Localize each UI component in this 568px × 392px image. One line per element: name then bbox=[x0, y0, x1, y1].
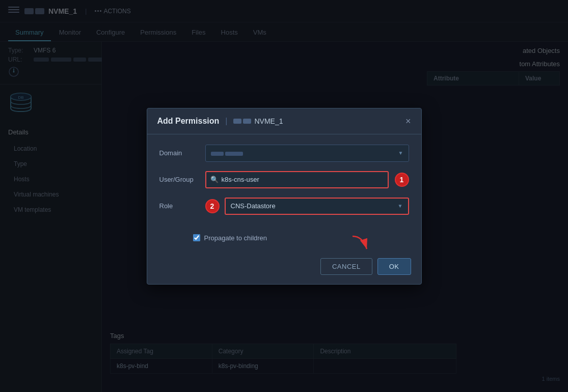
modal-overlay: Add Permission | NVME_1 × Domain bbox=[0, 0, 568, 392]
modal-header: Add Permission | NVME_1 × bbox=[147, 108, 421, 134]
user-group-input-wrap: 🔍 bbox=[205, 171, 389, 188]
domain-label: Domain bbox=[159, 149, 205, 157]
modal-subtitle-text: NVME_1 bbox=[254, 117, 283, 125]
user-group-label: User/Group bbox=[159, 176, 205, 183]
modal-subtitle: NVME_1 bbox=[233, 117, 283, 125]
search-icon: 🔍 bbox=[210, 176, 219, 183]
role-row: Role 2 CNS-Datastore ▼ bbox=[159, 198, 409, 215]
domain-select[interactable]: ▼ bbox=[205, 145, 409, 162]
modal-footer: CANCEL OK bbox=[147, 252, 421, 284]
propagate-checkbox[interactable] bbox=[193, 234, 200, 241]
modal-separator: | bbox=[225, 117, 227, 126]
role-value: CNS-Datastore bbox=[231, 202, 276, 210]
domain-row: Domain ▼ bbox=[159, 145, 409, 162]
close-button[interactable]: × bbox=[405, 117, 411, 126]
role-select[interactable]: CNS-Datastore ▼ bbox=[225, 198, 409, 215]
modal-title: Add Permission bbox=[157, 117, 220, 126]
propagate-row: Propagate to children bbox=[193, 234, 421, 242]
domain-dropdown-arrow: ▼ bbox=[398, 150, 403, 156]
propagate-label: Propagate to children bbox=[204, 234, 267, 242]
role-dropdown-arrow: ▼ bbox=[398, 203, 403, 209]
user-group-input[interactable] bbox=[222, 176, 384, 183]
ok-button[interactable]: OK bbox=[377, 258, 411, 275]
cancel-button[interactable]: CANCEL bbox=[320, 258, 372, 275]
modal-body: Domain ▼ User/Group 🔍 1 bbox=[147, 134, 421, 234]
user-group-row: User/Group 🔍 1 bbox=[159, 171, 409, 188]
step-badge-1: 1 bbox=[395, 173, 409, 187]
step-badge-2: 2 bbox=[205, 199, 220, 213]
subtitle-icon bbox=[233, 119, 251, 124]
add-permission-modal: Add Permission | NVME_1 × Domain bbox=[147, 108, 422, 285]
role-label: Role bbox=[159, 202, 205, 210]
